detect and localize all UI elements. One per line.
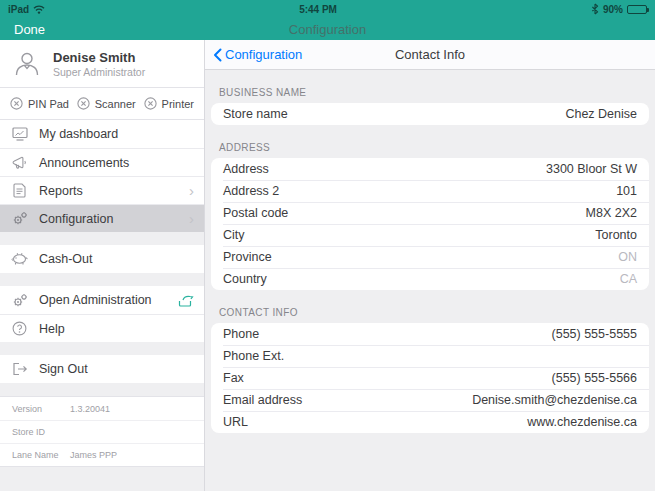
version-row: Version 1.3.20041 <box>0 397 204 420</box>
sidebar-gap <box>0 273 204 286</box>
city-row[interactable]: City Toronto <box>211 224 649 246</box>
store-id-label: Store ID <box>12 427 70 437</box>
panel-header: Configuration Contact Info <box>205 40 655 70</box>
nav-bar: Done Configuration <box>0 18 655 40</box>
fax-value: (555) 555-5566 <box>552 371 637 385</box>
version-value: 1.3.20041 <box>70 404 110 414</box>
sidebar-item-announcements[interactable]: Announcements <box>0 148 204 176</box>
business-name-card: Store name Chez Denise <box>211 103 649 125</box>
piggy-bank-icon <box>10 251 29 268</box>
fax-row[interactable]: Fax (555) 555-5566 <box>211 367 649 389</box>
sidebar-item-sign-out[interactable]: Sign Out <box>0 355 204 383</box>
lane-name-row: Lane Name James PPP <box>0 443 204 466</box>
store-name-value: Chez Denise <box>565 107 637 121</box>
wifi-icon <box>33 5 45 14</box>
section-header-business-name: BUSINESS NAME <box>219 87 641 98</box>
done-button[interactable]: Done <box>14 22 45 37</box>
country-row[interactable]: Country CA <box>211 268 649 290</box>
version-label: Version <box>12 404 70 414</box>
pinpad-status[interactable]: PIN Pad <box>10 97 69 110</box>
carrier-label: iPad <box>8 4 29 15</box>
user-role: Super Administrator <box>53 66 145 78</box>
menu-label: Help <box>39 322 65 336</box>
document-icon <box>10 182 29 199</box>
address2-row[interactable]: Address 2 101 <box>211 180 649 202</box>
sidebar-gap <box>0 383 204 396</box>
section-header-address: ADDRESS <box>219 142 641 153</box>
sidebar-item-dashboard[interactable]: My dashboard <box>0 120 204 148</box>
chevron-left-icon <box>213 48 222 62</box>
country-value: CA <box>620 272 637 286</box>
menu-label: Reports <box>39 184 83 198</box>
gears-icon <box>10 210 29 227</box>
panel-body: BUSINESS NAME Store name Chez Denise ADD… <box>205 87 655 433</box>
avatar-icon <box>12 49 42 79</box>
address-card: Address 3300 Bloor St W Address 2 101 Po… <box>211 158 649 290</box>
phone-row[interactable]: Phone (555) 555-5555 <box>211 323 649 345</box>
email-value: Denise.smith@chezdenise.ca <box>472 393 637 407</box>
megaphone-icon <box>10 154 29 171</box>
menu-label: Sign Out <box>39 362 88 376</box>
battery-icon <box>627 5 647 14</box>
scanner-disconnected-icon <box>77 97 90 110</box>
phone-value: (555) 555-5555 <box>552 327 637 341</box>
url-value: www.chezdenise.ca <box>527 415 637 429</box>
question-circle-icon <box>10 320 29 337</box>
printer-label: Printer <box>162 98 194 110</box>
status-bar: iPad 5:44 PM 90% <box>0 0 655 18</box>
province-value: ON <box>618 250 637 264</box>
app-window: iPad 5:44 PM 90% Done Conf <box>0 0 655 491</box>
sidebar-gap <box>0 232 204 245</box>
dashboard-icon <box>10 126 29 143</box>
lane-name-value: James PPP <box>70 450 117 460</box>
postal-code-row[interactable]: Postal code M8X 2X2 <box>211 202 649 224</box>
chevron-right-icon: › <box>189 183 194 198</box>
printer-disconnected-icon <box>144 97 157 110</box>
menu-label: Cash-Out <box>39 252 93 266</box>
lane-name-label: Lane Name <box>12 450 70 460</box>
main-menu: My dashboard Announcements <box>0 120 204 232</box>
store-id-row: Store ID <box>0 420 204 443</box>
address-value: 3300 Bloor St W <box>546 162 637 176</box>
email-row[interactable]: Email address Denise.smith@chezdenise.ca <box>211 389 649 411</box>
province-row[interactable]: Province ON <box>211 246 649 268</box>
pinpad-label: PIN Pad <box>28 98 69 110</box>
address-row[interactable]: Address 3300 Bloor St W <box>211 158 649 180</box>
sidebar-item-configuration[interactable]: Configuration › <box>0 204 204 232</box>
clock: 5:44 PM <box>299 4 337 15</box>
menu-label: Configuration <box>39 212 113 226</box>
battery-percent: 90% <box>603 4 623 15</box>
scanner-status[interactable]: Scanner <box>77 97 136 110</box>
sidebar: Denise Smith Super Administrator PIN Pad <box>0 40 205 491</box>
gears-icon <box>10 292 29 309</box>
sidebar-item-help[interactable]: Help <box>0 314 204 342</box>
address2-value: 101 <box>616 184 637 198</box>
user-name: Denise Smith <box>53 50 145 65</box>
contact-info-card: Phone (555) 555-5555 Phone Ext. Fax (555… <box>211 323 649 433</box>
menu-label: Announcements <box>39 156 129 170</box>
sidebar-item-reports[interactable]: Reports › <box>0 176 204 204</box>
sidebar-gap <box>0 342 204 355</box>
scanner-label: Scanner <box>95 98 136 110</box>
sidebar-item-cash-out[interactable]: Cash-Out <box>0 245 204 273</box>
postal-code-value: M8X 2X2 <box>586 206 637 220</box>
contact-info-panel: Configuration Contact Info BUSINESS NAME… <box>205 40 655 491</box>
menu-label: My dashboard <box>39 127 118 141</box>
back-label: Configuration <box>225 47 302 62</box>
pinpad-disconnected-icon <box>10 97 23 110</box>
app-info-footer: Version 1.3.20041 Store ID Lane Name Jam… <box>0 396 204 467</box>
printer-status[interactable]: Printer <box>144 97 194 110</box>
sidebar-item-open-administration[interactable]: Open Administration <box>0 286 204 314</box>
phone-ext-row[interactable]: Phone Ext. <box>211 345 649 367</box>
bluetooth-icon <box>591 3 599 15</box>
url-row[interactable]: URL www.chezdenise.ca <box>211 411 649 433</box>
device-status-row: PIN Pad Scanner <box>0 88 204 120</box>
chevron-right-icon: › <box>189 211 194 226</box>
nav-title: Configuration <box>0 22 655 37</box>
store-name-row[interactable]: Store name Chez Denise <box>211 103 649 125</box>
back-to-configuration-link[interactable]: Configuration <box>213 47 302 62</box>
external-link-icon <box>178 294 194 307</box>
sign-out-icon <box>10 361 29 378</box>
city-value: Toronto <box>595 228 637 242</box>
user-profile: Denise Smith Super Administrator <box>0 40 204 88</box>
